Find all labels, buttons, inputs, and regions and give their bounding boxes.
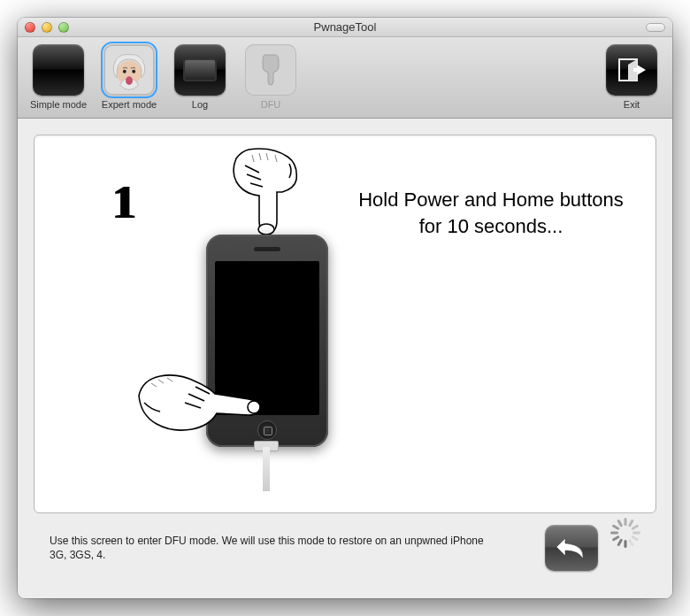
footer: Use this screen to enter DFU mode. We wi… [34, 513, 656, 582]
close-window-button[interactable] [25, 22, 35, 33]
step-number: 1 [112, 176, 135, 228]
svg-point-5 [258, 224, 274, 235]
toolbar: Simple mode Expert mode [18, 37, 672, 119]
back-button[interactable] [545, 525, 598, 571]
hand-pointing-right-icon [134, 364, 266, 456]
toolbar-label: Log [192, 99, 208, 110]
content-area: 1 [18, 119, 672, 598]
dfu-button[interactable]: DFU [239, 44, 303, 110]
svg-point-2 [132, 70, 135, 73]
simple-mode-button[interactable]: Simple mode [27, 44, 90, 110]
toolbar-label: DFU [261, 99, 281, 110]
hand-pointing-down-icon [213, 144, 310, 245]
window-controls [25, 22, 69, 33]
dfu-hand-icon [245, 44, 296, 96]
svg-point-10 [248, 401, 260, 413]
expert-mode-button[interactable]: Expert mode [97, 44, 161, 110]
app-window: PwnageTool Simple mode Expert mo [18, 18, 672, 598]
titlebar: PwnageTool [18, 18, 672, 37]
window-title: PwnageTool [18, 20, 672, 34]
log-icon [174, 44, 226, 96]
svg-point-1 [123, 70, 126, 73]
back-arrow-icon [555, 533, 588, 563]
toolbar-label: Exit [624, 99, 640, 110]
toolbar-label: Expert mode [102, 99, 157, 110]
svg-point-3 [126, 76, 133, 85]
toolbar-label: Simple mode [30, 99, 87, 110]
instruction-text: Hold Power and Home buttons for 10 secon… [346, 187, 636, 239]
log-button[interactable]: Log [168, 44, 232, 110]
toolbar-toggle-pill[interactable] [646, 23, 665, 32]
loading-spinner-icon [610, 533, 640, 563]
exit-button[interactable]: Exit [600, 44, 663, 110]
simple-mode-icon [33, 44, 84, 96]
dfu-illustration: 1 [54, 135, 328, 512]
einstein-icon [104, 44, 155, 96]
zoom-window-button[interactable] [58, 22, 69, 33]
main-panel: 1 [34, 135, 656, 513]
help-text: Use this screen to enter DFU mode. We wi… [50, 534, 501, 562]
exit-icon [606, 44, 657, 96]
minimize-window-button[interactable] [42, 22, 52, 33]
